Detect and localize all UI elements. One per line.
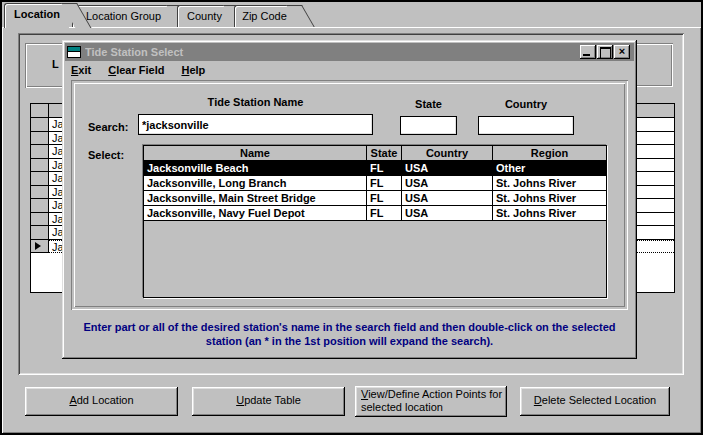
cell-name[interactable]: Jacksonville, Navy Fuel Depot	[144, 206, 367, 221]
tide-station-table-header: Name State Country Region	[144, 146, 606, 161]
table-row-navy-fuel-depot[interactable]: Jacksonville, Navy Fuel Depot FL USA St.…	[144, 206, 606, 221]
state-input[interactable]	[400, 116, 457, 135]
tab-location-group-label: Location Group	[86, 6, 161, 22]
table-row-main-street-bridge[interactable]: Jacksonville, Main Street Bridge FL USA …	[144, 191, 606, 206]
update-table-button-label: Update Table	[192, 394, 345, 406]
update-table-button[interactable]: Update Table	[192, 387, 345, 416]
cell-region[interactable]: Other	[493, 161, 606, 176]
row-header-cell[interactable]	[31, 213, 49, 227]
cell-state[interactable]: FL	[367, 206, 402, 221]
row-header-cell[interactable]	[31, 145, 49, 159]
tide-station-table: Name State Country Region Jacksonville B…	[143, 145, 607, 298]
close-icon[interactable]: ×	[614, 45, 630, 59]
cell-region[interactable]: St. Johns River	[493, 206, 606, 221]
add-location-button[interactable]: Add Location	[25, 387, 178, 416]
menu-exit[interactable]: Exit	[66, 62, 96, 78]
cell-name[interactable]: Jacksonville, Long Branch	[144, 176, 367, 191]
country-input[interactable]	[478, 116, 574, 135]
country-header: Country	[478, 98, 574, 110]
cell-country[interactable]: USA	[402, 161, 493, 176]
cell-country[interactable]: USA	[402, 176, 493, 191]
menu-help[interactable]: Help	[176, 62, 210, 78]
cell-country[interactable]: USA	[402, 191, 493, 206]
row-header-cell[interactable]	[31, 118, 49, 132]
state-header: State	[400, 98, 457, 110]
cell-region[interactable]: St. Johns River	[493, 176, 606, 191]
row-header-cell[interactable]	[31, 199, 49, 213]
cell-name[interactable]: Jacksonville Beach	[144, 161, 367, 176]
window-icon	[67, 46, 81, 58]
column-header-name[interactable]: Name	[144, 146, 367, 161]
search-input[interactable]	[138, 114, 373, 135]
tab-location[interactable]: Location	[4, 3, 69, 28]
tab-location-label: Location	[14, 4, 60, 20]
location-grid-corner-cell	[31, 104, 49, 118]
dialog-title: Tide Station Select	[85, 46, 579, 58]
tab-county[interactable]: County	[177, 5, 231, 27]
column-header-state[interactable]: State	[367, 146, 402, 161]
row-header-cell[interactable]	[31, 240, 49, 254]
tide-station-select-dialog: Tide Station Select × Exit Clear Field H…	[62, 40, 637, 359]
dialog-instruction-text: Enter part or all of the desired station…	[77, 320, 622, 348]
minimize-icon[interactable]	[580, 45, 596, 59]
column-header-country[interactable]: Country	[402, 146, 493, 161]
select-label: Select:	[88, 149, 124, 161]
row-header-cell[interactable]	[31, 159, 49, 173]
dialog-menubar: Exit Clear Field Help	[66, 61, 217, 78]
cell-state[interactable]: FL	[367, 161, 402, 176]
row-header-cell[interactable]	[31, 132, 49, 146]
dialog-titlebar[interactable]: Tide Station Select ×	[65, 43, 634, 61]
row-header-cell[interactable]	[31, 186, 49, 200]
table-row-jacksonville-beach[interactable]: Jacksonville Beach FL USA Other	[144, 161, 606, 176]
row-header-cell[interactable]	[31, 172, 49, 186]
view-define-action-points-button[interactable]: View/Define Action Points for selected l…	[355, 386, 507, 417]
cell-state[interactable]: FL	[367, 191, 402, 206]
add-location-button-label: Add Location	[25, 394, 178, 406]
tab-zip-code-label: Zip Code	[242, 6, 287, 22]
tab-zip-code[interactable]: Zip Code	[234, 5, 294, 27]
cell-region[interactable]: St. Johns River	[493, 191, 606, 206]
tide-station-name-header: Tide Station Name	[138, 96, 373, 108]
menu-clear-field[interactable]: Clear Field	[103, 62, 169, 78]
delete-selected-location-button[interactable]: Delete Selected Location	[520, 387, 670, 416]
delete-selected-location-button-label: Delete Selected Location	[520, 394, 670, 406]
view-define-action-points-button-label: View/Define Action Points for selected l…	[355, 388, 507, 414]
application-window: Location Location Group County Zip Code …	[0, 0, 703, 435]
table-row-long-branch[interactable]: Jacksonville, Long Branch FL USA St. Joh…	[144, 176, 606, 191]
search-label: Search:	[88, 121, 128, 133]
background-left-box-label: L	[52, 58, 59, 70]
tab-county-label: County	[187, 6, 222, 22]
cell-name[interactable]: Jacksonville, Main Street Bridge	[144, 191, 367, 206]
row-header-cell[interactable]	[31, 226, 49, 240]
maximize-icon[interactable]	[597, 45, 613, 59]
column-header-region[interactable]: Region	[493, 146, 606, 161]
row-pointer-icon	[35, 242, 41, 250]
cell-country[interactable]: USA	[402, 206, 493, 221]
cell-state[interactable]: FL	[367, 176, 402, 191]
